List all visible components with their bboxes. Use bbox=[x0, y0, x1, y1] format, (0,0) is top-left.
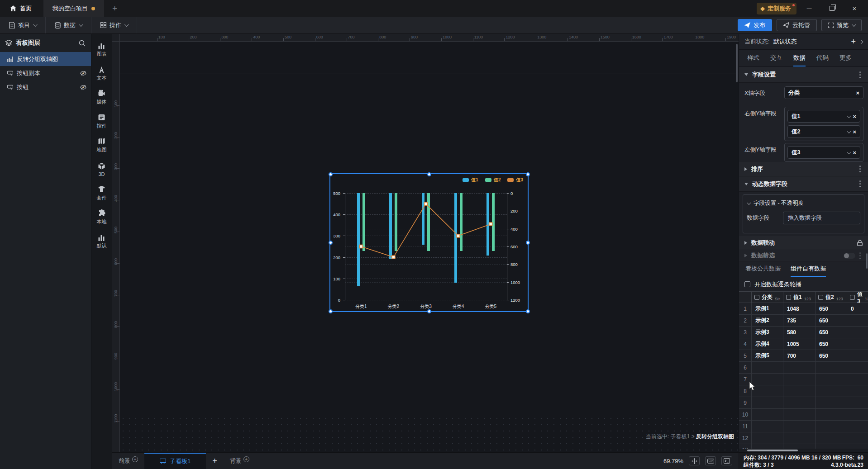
toolbar-item-media[interactable]: 媒体 bbox=[91, 86, 112, 109]
legend-item-值3[interactable]: 值3 bbox=[507, 177, 523, 183]
layer-item-2[interactable]: 按钮副本 bbox=[0, 66, 91, 80]
table-cell[interactable] bbox=[752, 385, 783, 397]
menu-project[interactable]: 项目 bbox=[0, 17, 46, 33]
column-header-值1[interactable]: 值1123 bbox=[783, 292, 816, 303]
bar-值2[interactable] bbox=[362, 193, 365, 251]
bar-值1[interactable] bbox=[357, 193, 360, 286]
table-cell[interactable] bbox=[783, 385, 816, 397]
table-cell[interactable] bbox=[783, 362, 816, 373]
eye-hidden-icon[interactable] bbox=[80, 85, 86, 90]
cloud-host-button[interactable]: 云托管 bbox=[777, 19, 817, 31]
bar-值1[interactable] bbox=[454, 193, 457, 283]
table-row[interactable]: 12 bbox=[739, 432, 868, 444]
column-checkbox[interactable] bbox=[786, 295, 791, 300]
data-tab-组件自有数据[interactable]: 组件自有数据 bbox=[791, 261, 826, 277]
bar-值1[interactable] bbox=[422, 193, 424, 245]
add-background-icon[interactable]: + bbox=[243, 456, 249, 462]
table-row[interactable]: 6 bbox=[739, 362, 868, 374]
add-board-button[interactable]: + bbox=[206, 453, 224, 469]
table-cell[interactable] bbox=[847, 315, 868, 326]
table-cell[interactable] bbox=[847, 350, 868, 361]
clear-icon[interactable]: × bbox=[856, 90, 859, 96]
add-foreground-icon[interactable]: + bbox=[132, 456, 138, 462]
table-cell[interactable]: 650 bbox=[816, 315, 847, 326]
table-row[interactable]: 3示例3580650 bbox=[739, 327, 868, 338]
publish-button[interactable]: 发布 bbox=[738, 19, 772, 31]
eye-hidden-icon[interactable] bbox=[80, 71, 86, 76]
table-cell[interactable]: 示例5 bbox=[752, 350, 783, 361]
table-cell[interactable] bbox=[783, 421, 816, 432]
canvas-scrollbar[interactable] bbox=[736, 44, 738, 82]
column-checkbox[interactable] bbox=[850, 295, 855, 300]
panel-scrollbar-thumb[interactable] bbox=[866, 253, 868, 269]
table-cell[interactable]: 示例3 bbox=[752, 327, 783, 338]
column-header-值2[interactable]: 值2123 bbox=[816, 292, 847, 303]
kebab-menu-icon[interactable] bbox=[859, 183, 861, 185]
table-cell[interactable] bbox=[783, 409, 816, 420]
table-cell[interactable]: 1005 bbox=[783, 338, 816, 350]
table-cell[interactable]: 650 bbox=[816, 350, 847, 361]
foreground-button[interactable]: 前景 + bbox=[112, 453, 144, 469]
table-cell[interactable] bbox=[847, 432, 868, 444]
table-cell[interactable] bbox=[847, 397, 868, 408]
toolbar-item-map[interactable]: 地图 bbox=[91, 134, 112, 156]
table-cell[interactable]: 650 bbox=[816, 303, 847, 314]
chevron-down-icon[interactable] bbox=[847, 150, 851, 154]
background-button[interactable]: 背景 + bbox=[224, 453, 256, 469]
custom-service-button[interactable]: ◆ 定制服务 bbox=[757, 3, 796, 14]
kebab-menu-icon[interactable] bbox=[859, 255, 861, 256]
table-cell[interactable]: 735 bbox=[783, 315, 816, 326]
table-cell[interactable] bbox=[783, 374, 816, 385]
selection-handle[interactable] bbox=[329, 172, 333, 176]
data-field-dropzone[interactable]: 拖入数据字段 bbox=[783, 212, 860, 224]
table-cell[interactable] bbox=[816, 432, 847, 444]
tab-样式[interactable]: 样式 bbox=[747, 50, 759, 66]
table-cell[interactable] bbox=[847, 338, 868, 350]
table-row[interactable]: 8 bbox=[739, 385, 868, 397]
scrollbar-thumb[interactable] bbox=[747, 450, 798, 451]
legend-item-值1[interactable]: 值1 bbox=[463, 177, 478, 183]
toolbar-item-widget[interactable]: 控件 bbox=[91, 110, 112, 133]
table-row[interactable]: 1示例110486500 bbox=[739, 303, 868, 315]
bar-值1[interactable] bbox=[389, 193, 392, 259]
table-cell[interactable] bbox=[816, 374, 847, 385]
board-tab-active[interactable]: 子看板1 bbox=[144, 453, 206, 469]
selection-handle[interactable] bbox=[329, 309, 333, 313]
table-cell[interactable]: 1048 bbox=[783, 303, 816, 314]
bar-值1[interactable] bbox=[486, 193, 489, 256]
kebab-menu-icon[interactable] bbox=[859, 168, 861, 170]
legend-item-值2[interactable]: 值2 bbox=[485, 177, 501, 183]
table-row[interactable]: 11 bbox=[739, 421, 868, 432]
column-header-值3[interactable]: 值3123 bbox=[847, 292, 868, 303]
right-y-input-2[interactable]: 值2 × bbox=[787, 125, 860, 138]
bar-值2[interactable] bbox=[460, 193, 463, 251]
table-cell[interactable]: 700 bbox=[783, 350, 816, 361]
right-y-input-1[interactable]: 值1 × bbox=[787, 110, 860, 123]
tab-更多[interactable]: 更多 bbox=[839, 50, 852, 66]
table-cell[interactable]: 示例4 bbox=[752, 338, 783, 350]
selection-handle[interactable] bbox=[427, 172, 431, 176]
table-row[interactable]: 2示例2735650 bbox=[739, 315, 868, 327]
tab-代码[interactable]: 代码 bbox=[816, 50, 829, 66]
carousel-checkbox-row[interactable]: 开启数据逐条轮播 bbox=[739, 277, 868, 291]
table-row[interactable]: 9 bbox=[739, 397, 868, 409]
bar-值2[interactable] bbox=[427, 193, 430, 251]
toolbar-item-local[interactable]: 本地 bbox=[91, 206, 112, 228]
selection-handle[interactable] bbox=[526, 309, 530, 313]
menu-data[interactable]: 数据 bbox=[46, 17, 91, 33]
project-tab[interactable]: 我的空白项目 bbox=[43, 0, 104, 17]
console-button[interactable] bbox=[721, 456, 732, 465]
table-cell[interactable] bbox=[847, 327, 868, 338]
chevron-down-icon[interactable] bbox=[847, 114, 851, 118]
column-header-分类[interactable]: 分类Str bbox=[752, 292, 783, 303]
table-cell[interactable] bbox=[847, 421, 868, 432]
toolbar-item-suite[interactable]: 套件 bbox=[91, 182, 112, 204]
kebab-menu-icon[interactable] bbox=[859, 74, 861, 76]
table-cell[interactable] bbox=[816, 362, 847, 373]
table-cell[interactable]: 示例1 bbox=[752, 303, 783, 314]
data-tab-看板公共数据[interactable]: 看板公共数据 bbox=[745, 261, 781, 277]
chart-component-selected[interactable]: 值1值2值3 010020030040050002004006008001000… bbox=[329, 173, 529, 312]
table-row[interactable]: 10 bbox=[739, 409, 868, 421]
bar-值2[interactable] bbox=[492, 193, 495, 251]
table-row[interactable]: 5示例5700650 bbox=[739, 350, 868, 362]
